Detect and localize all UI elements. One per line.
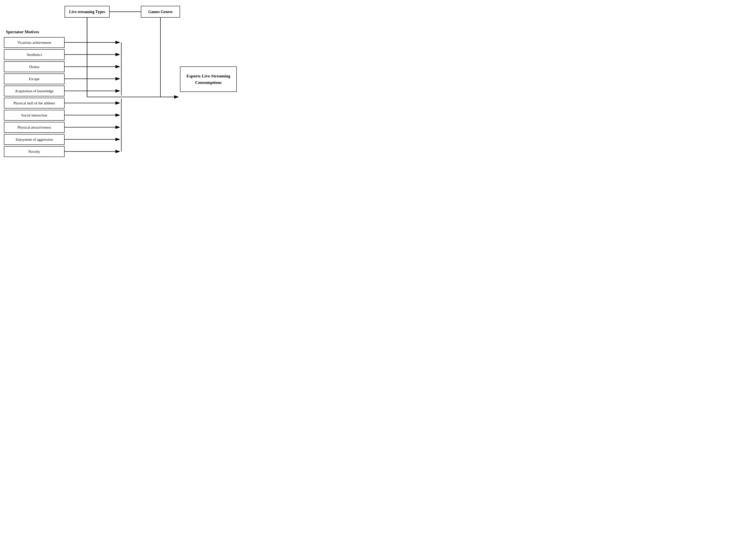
novelty-box: Novelty	[4, 146, 64, 157]
livestreaming-types-box: Live-streaming Types	[64, 6, 110, 18]
physical-attractiveness-box: Physical attractiveness	[4, 122, 64, 133]
spectator-motives-label: Spectator Motives	[6, 29, 39, 35]
esports-consumption-box: Esports Live-StreamingConsumptions	[180, 66, 237, 92]
escape-box: Escape	[4, 74, 64, 84]
diagram-container: Spectator Motives	[0, 0, 251, 187]
games-genres-box: Games Genres	[141, 6, 180, 18]
social-interaction-box: Social interaction	[4, 110, 64, 121]
vicarious-achievement-box: Vicarious achievement	[4, 37, 64, 48]
aesthetics-box: Aesthetics	[4, 49, 64, 60]
drama-box: Drama	[4, 61, 64, 72]
physical-skill-box: Physical skill of the athletes	[4, 98, 64, 108]
acquisition-of-knowledge-box: Acquisition of knowledge	[4, 86, 64, 96]
svg-rect-16	[117, 96, 182, 99]
enjoyment-of-aggression-box: Enjoyment of aggression	[4, 134, 64, 145]
